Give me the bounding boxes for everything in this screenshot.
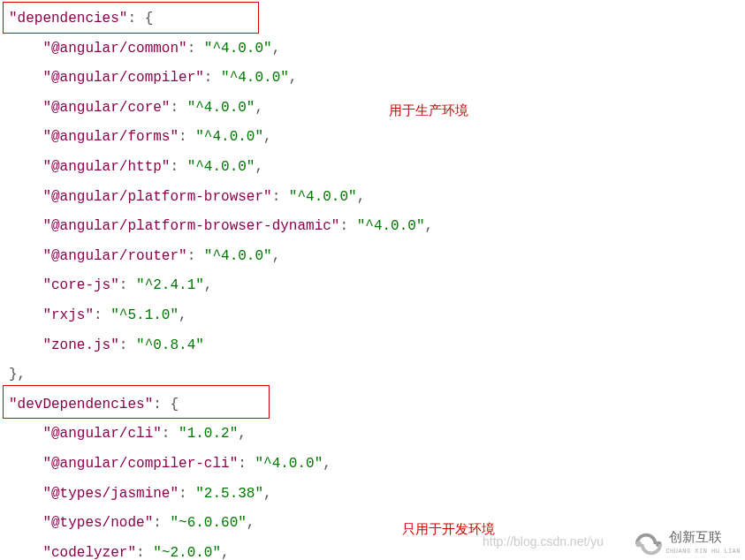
dep-entry: "@angular/compiler-cli": "^4.0.0", bbox=[9, 450, 736, 480]
comma: , bbox=[289, 70, 298, 86]
dep-key: "@angular/forms" bbox=[42, 129, 179, 145]
annotation-development: 只用于开发环境 bbox=[402, 516, 495, 544]
colon: : bbox=[119, 337, 136, 353]
dep-value: "^0.8.4" bbox=[136, 337, 204, 353]
dep-key: "@angular/router" bbox=[42, 248, 186, 264]
dep-value: "^4.0.0" bbox=[187, 159, 255, 175]
colon: : bbox=[136, 545, 153, 560]
dep-value: "^4.0.0" bbox=[289, 189, 357, 205]
dep-key: "@angular/platform-browser" bbox=[42, 189, 271, 205]
colon: : bbox=[170, 100, 186, 116]
dep-value: "^4.0.0" bbox=[195, 129, 263, 145]
dep-value: "^4.0.0" bbox=[221, 70, 289, 86]
colon: : bbox=[162, 426, 179, 442]
colon: : bbox=[339, 218, 356, 234]
dependencies-key: "dependencies" bbox=[9, 11, 127, 26]
dep-value: "2.5.38" bbox=[195, 486, 263, 502]
colon: : bbox=[179, 486, 195, 502]
comma: , bbox=[247, 515, 255, 531]
dep-entry: "@angular/http": "^4.0.0", bbox=[9, 153, 736, 183]
dep-key: "@angular/platform-browser-dynamic" bbox=[42, 218, 339, 234]
dep-key: "codelyzer" bbox=[42, 545, 136, 560]
comma: , bbox=[238, 426, 247, 442]
dep-entry: "@angular/forms": "^4.0.0", bbox=[9, 123, 736, 153]
dep-key: "@angular/compiler" bbox=[42, 70, 203, 86]
dep-entry: "core-js": "^2.4.1", bbox=[9, 271, 736, 301]
colon: : bbox=[187, 248, 204, 264]
brand-logo-icon bbox=[632, 530, 665, 558]
comma: , bbox=[272, 41, 281, 57]
dep-entry: "@angular/router": "^4.0.0", bbox=[9, 242, 736, 272]
watermark-url: http://blog.csdn.net/yu bbox=[483, 529, 604, 555]
dep-entry: "@angular/platform-browser": "^4.0.0", bbox=[9, 183, 736, 213]
colon: : bbox=[272, 189, 289, 205]
dep-key: "core-js" bbox=[42, 277, 118, 293]
colon: : bbox=[119, 277, 136, 293]
dep-entry: "@angular/cli": "1.0.2", bbox=[9, 420, 736, 450]
dependencies-close: }, bbox=[9, 360, 736, 390]
dep-entry: "zone.js": "^0.8.4" bbox=[9, 331, 736, 361]
dep-key: "rxjs" bbox=[42, 307, 94, 323]
comma: , bbox=[204, 277, 213, 293]
annotation-production: 用于生产环境 bbox=[389, 97, 468, 125]
comma: , bbox=[263, 486, 272, 502]
dep-key: "@angular/compiler-cli" bbox=[42, 456, 238, 472]
colon: : bbox=[187, 41, 204, 57]
colon: : bbox=[238, 456, 255, 472]
comma: , bbox=[424, 218, 433, 234]
dep-key: "@angular/core" bbox=[42, 100, 170, 116]
comma: , bbox=[357, 189, 366, 205]
brand-name-cn: 创新互联 bbox=[669, 530, 741, 545]
colon: : bbox=[170, 159, 186, 175]
dep-value: "~2.0.0" bbox=[153, 545, 221, 560]
dep-value: "^2.4.1" bbox=[136, 277, 204, 293]
comma: , bbox=[255, 159, 263, 175]
dep-key: "@angular/cli" bbox=[42, 426, 161, 442]
dep-entry: "@angular/common": "^4.0.0", bbox=[9, 34, 736, 64]
svg-point-1 bbox=[636, 541, 642, 548]
dep-entry: "rxjs": "^5.1.0", bbox=[9, 301, 736, 331]
colon: : bbox=[94, 307, 110, 323]
dep-entry: "@types/node": "~6.0.60", bbox=[9, 509, 736, 539]
dep-value: "^4.0.0" bbox=[255, 456, 323, 472]
comma: , bbox=[255, 100, 263, 116]
devdependencies-key: "devDependencies" bbox=[9, 397, 153, 412]
dep-key: "@angular/http" bbox=[42, 159, 170, 175]
brand-logo: 创新互联 CHUANG XIN HU LIAN bbox=[632, 530, 741, 558]
devdependencies-list: "@angular/cli": "1.0.2", "@angular/compi… bbox=[9, 420, 736, 560]
dep-key: "zone.js" bbox=[42, 337, 118, 353]
dependencies-list: "@angular/common": "^4.0.0", "@angular/c… bbox=[9, 34, 736, 361]
colon: : bbox=[153, 515, 170, 531]
dep-key: "@types/jasmine" bbox=[42, 486, 179, 502]
dep-value: "^4.0.0" bbox=[187, 100, 255, 116]
open-brace: : { bbox=[127, 11, 153, 26]
dep-value: "^4.0.0" bbox=[357, 218, 425, 234]
colon: : bbox=[204, 70, 221, 86]
dep-entry: "@angular/compiler": "^4.0.0", bbox=[9, 64, 736, 94]
comma: , bbox=[323, 456, 331, 472]
dep-entry: "@angular/core": "^4.0.0", bbox=[9, 94, 736, 124]
dep-key: "@types/node" bbox=[42, 515, 153, 531]
comma: , bbox=[221, 545, 230, 560]
comma: , bbox=[272, 248, 281, 264]
dependencies-header: "dependencies": { bbox=[9, 4, 736, 34]
dep-value: "^5.1.0" bbox=[110, 307, 179, 323]
dep-value: "1.0.2" bbox=[179, 426, 238, 442]
colon: : bbox=[179, 129, 195, 145]
devdependencies-header: "devDependencies": { bbox=[9, 390, 736, 420]
comma: , bbox=[263, 129, 272, 145]
dep-entry: "@angular/platform-browser-dynamic": "^4… bbox=[9, 212, 736, 242]
dep-entry: "codelyzer": "~2.0.0", bbox=[9, 539, 736, 560]
dep-key: "@angular/common" bbox=[42, 41, 186, 57]
dep-entry: "@types/jasmine": "2.5.38", bbox=[9, 480, 736, 510]
dep-value: "~6.0.60" bbox=[170, 515, 246, 531]
dep-value: "^4.0.0" bbox=[204, 41, 272, 57]
dep-value: "^4.0.0" bbox=[204, 248, 272, 264]
brand-name-en: CHUANG XIN HU LIAN bbox=[665, 545, 741, 558]
comma: , bbox=[179, 307, 187, 323]
open-brace: : { bbox=[153, 397, 179, 412]
